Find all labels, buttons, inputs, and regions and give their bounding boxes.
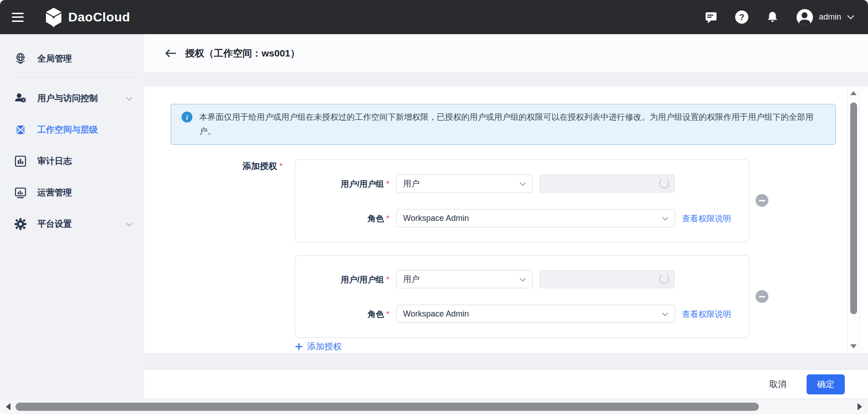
- gear-icon: [14, 217, 27, 231]
- user-search-field-wrap: [540, 174, 675, 193]
- audit-log-icon: [14, 154, 27, 168]
- sidebar-item-label: 全局管理: [37, 53, 72, 65]
- user-group-label: 用户/用户组*: [295, 274, 389, 285]
- user-group-select[interactable]: 用户: [396, 270, 533, 288]
- info-banner-text: 本界面仅用于给用户或用户组在未授权过的工作空间下新增权限，已授权的用户或用户组的…: [199, 110, 823, 138]
- info-banner: i 本界面仅用于给用户或用户组在未授权过的工作空间下新增权限，已授权的用户或用户…: [171, 104, 836, 145]
- loading-spinner-icon: [658, 178, 670, 191]
- sidebar-item-workspace-hierarchy[interactable]: 工作空间与层级: [0, 117, 144, 143]
- sidebar-item-label: 用户与访问控制: [37, 92, 98, 104]
- workspace-icon: [14, 123, 27, 137]
- sidebar: 全局管理: [0, 34, 144, 399]
- scroll-up-arrow-icon[interactable]: [850, 91, 857, 95]
- role-select-value: Workspace Admin: [403, 214, 469, 223]
- authorization-card: 用户/用户组* 用户 角色* Workspace Admi: [295, 159, 749, 242]
- minus-icon: [759, 200, 765, 201]
- vertical-scrollbar-thumb[interactable]: [850, 102, 857, 314]
- sidebar-item-label: 平台设置: [37, 218, 72, 230]
- user-group-select[interactable]: 用户: [396, 174, 533, 193]
- sidebar-divider: [11, 77, 139, 78]
- chevron-down-icon: [126, 219, 132, 229]
- info-icon: i: [182, 112, 192, 123]
- operations-icon: [14, 186, 27, 199]
- chevron-down-icon: [847, 15, 854, 20]
- sidebar-item-users-access-control[interactable]: 用户与访问控制: [0, 86, 144, 111]
- chevron-down-icon: [126, 93, 132, 103]
- cancel-button[interactable]: 取消: [767, 378, 789, 391]
- username-label: admin: [819, 12, 841, 22]
- user-group-select-value: 用户: [403, 274, 419, 285]
- horizontal-scrollbar-thumb[interactable]: [15, 403, 759, 411]
- page-header: 授权（工作空间：ws001）: [144, 34, 868, 72]
- chat-icon[interactable]: [704, 10, 718, 24]
- help-icon[interactable]: ?: [735, 10, 748, 24]
- role-label: 角色*: [295, 309, 389, 320]
- globe-icon: [14, 52, 27, 66]
- user-search-field-wrap: [540, 270, 675, 288]
- user-search-input[interactable]: [540, 174, 675, 193]
- hamburger-icon[interactable]: [12, 13, 24, 22]
- avatar: [797, 9, 813, 26]
- minus-icon: [759, 296, 765, 297]
- back-arrow-icon[interactable]: [164, 48, 177, 60]
- plus-icon: [295, 342, 303, 351]
- remove-card-button[interactable]: [756, 194, 768, 207]
- main-panel: i 本界面仅用于给用户或用户组在未授权过的工作空间下新增权限，已授权的用户或用户…: [144, 87, 868, 353]
- daocloud-cube-icon: [45, 7, 63, 27]
- role-label: 角色*: [295, 213, 389, 224]
- sidebar-item-label: 审计日志: [37, 155, 72, 167]
- brand-logo[interactable]: DaoCloud: [45, 7, 130, 27]
- account-menu[interactable]: admin: [797, 9, 854, 26]
- sidebar-item-label: 运营管理: [37, 187, 72, 199]
- user-gear-icon: [14, 92, 27, 105]
- scroll-left-arrow-icon[interactable]: [6, 403, 10, 410]
- page-title: 授权（工作空间：ws001）: [185, 47, 300, 60]
- chevron-down-icon: [520, 275, 526, 284]
- chevron-down-icon: [662, 214, 668, 223]
- sidebar-item-platform-settings[interactable]: 平台设置: [0, 211, 144, 237]
- bell-icon[interactable]: [766, 10, 779, 24]
- role-select-value: Workspace Admin: [403, 309, 469, 319]
- sidebar-item-label: 工作空间与层级: [37, 124, 98, 136]
- sidebar-item-global-management[interactable]: 全局管理: [0, 46, 144, 72]
- chevron-down-icon: [662, 309, 668, 319]
- user-group-label: 用户/用户组*: [295, 179, 389, 189]
- add-authorization-link[interactable]: 添加授权: [295, 341, 342, 353]
- top-navbar: DaoCloud ?: [0, 0, 868, 34]
- role-select[interactable]: Workspace Admin: [396, 209, 675, 227]
- remove-card-button[interactable]: [756, 290, 768, 303]
- view-permission-link[interactable]: 查看权限说明: [682, 213, 731, 224]
- sidebar-item-operations[interactable]: 运营管理: [0, 180, 144, 205]
- user-search-input[interactable]: [540, 270, 675, 288]
- role-select[interactable]: Workspace Admin: [396, 305, 675, 323]
- sidebar-item-audit-log[interactable]: 审计日志: [0, 148, 144, 174]
- chevron-down-icon: [520, 179, 526, 189]
- horizontal-scrollbar: [0, 399, 868, 414]
- scroll-right-arrow-icon[interactable]: [858, 403, 862, 410]
- view-permission-link[interactable]: 查看权限说明: [682, 309, 731, 320]
- brand-name: DaoCloud: [68, 10, 130, 25]
- vertical-scrollbar: [847, 87, 860, 353]
- footer-bar: 取消 确定: [144, 369, 868, 399]
- authorization-card: 用户/用户组* 用户 角色* Workspace Admi: [295, 255, 749, 338]
- user-group-select-value: 用户: [403, 178, 419, 189]
- confirm-button[interactable]: 确定: [807, 374, 845, 394]
- add-authorization-field-label: 添加授权*: [242, 160, 283, 172]
- add-authorization-link-label: 添加授权: [307, 341, 342, 353]
- loading-spinner-icon: [658, 273, 670, 287]
- scroll-down-arrow-icon[interactable]: [850, 344, 857, 348]
- app-window: DaoCloud ?: [0, 0, 868, 414]
